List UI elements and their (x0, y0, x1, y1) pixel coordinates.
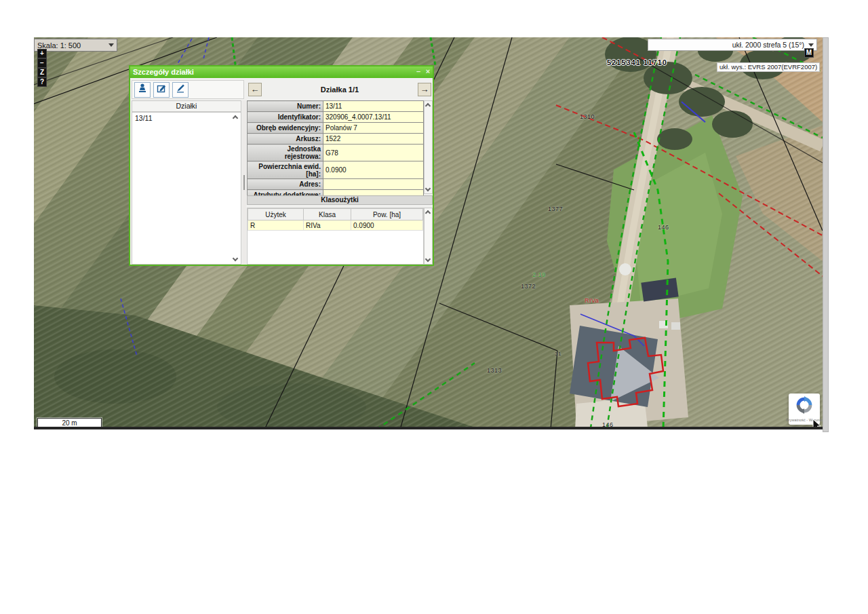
stamp-icon (137, 83, 148, 96)
chevron-down-icon (425, 256, 431, 262)
scroll-down-button[interactable] (423, 184, 433, 193)
table-row: R RIVa 0.0900 (248, 220, 423, 231)
edit-parcel-button[interactable] (153, 82, 170, 98)
scroll-down-button[interactable] (423, 254, 433, 264)
recaptcha-icon (795, 396, 813, 417)
parcel-list[interactable]: 13/11 (132, 112, 241, 265)
field-value: G78 (323, 145, 424, 161)
map-vertical-scrollbar[interactable] (823, 37, 829, 432)
scalebar: 20 m (37, 418, 102, 428)
splitter-grip (243, 175, 245, 190)
close-button[interactable]: × (423, 66, 433, 78)
field-label: Adres: (248, 179, 323, 190)
parcel-attributes-form: Numer:13/11 Identyfikator:320906_4.0007.… (247, 100, 424, 201)
minimize-button[interactable]: – (414, 66, 423, 78)
landuse-section-header: Klasoużytki (247, 195, 433, 205)
parcel-label: 1372 (521, 283, 536, 290)
scroll-down-button[interactable] (231, 254, 240, 263)
map-canvas[interactable]: 1310 1377 1372 1313 146 146 RIVa 31 2.19… (34, 37, 823, 429)
next-parcel-button[interactable]: → (418, 83, 431, 96)
scroll-up-button[interactable] (423, 208, 433, 218)
help-button[interactable]: ? (37, 77, 47, 87)
parcel-label: 1377 (548, 206, 563, 212)
parcel-label: 146 (658, 224, 669, 231)
field-value: 13/11 (323, 101, 424, 112)
field-value: Polanów 7 (323, 123, 424, 134)
scroll-up-button[interactable] (423, 101, 433, 111)
list-item[interactable]: 13/11 (132, 113, 241, 123)
measure-button[interactable]: M (804, 48, 814, 58)
field-label: Arkusz: (248, 134, 323, 145)
scroll-up-button[interactable] (231, 113, 240, 123)
mouse-cursor (812, 419, 821, 429)
chevron-down-icon (233, 256, 238, 261)
dialog-title: Szczegóły działki (133, 66, 414, 78)
parcel-label: 1310 (580, 113, 595, 120)
chevron-up-icon (425, 103, 431, 109)
scale-selector-label: Skala: 1: 500 (37, 41, 108, 50)
parcel-details-dialog[interactable]: Szczegóły działki – × ← D (129, 65, 434, 266)
chevron-down-icon (425, 186, 431, 191)
field-value: 0.0900 (323, 161, 424, 179)
field-value: 320906_4.0007.13/11 (323, 112, 424, 123)
field-label: Jednostka rejestrowa: (248, 145, 323, 161)
field-label: Identyfikator: (248, 112, 323, 123)
chevron-up-icon (233, 115, 238, 121)
landuse-table: Użytek Klasa Pow. [ha] R RIVa 0.0900 (247, 208, 424, 265)
form-scrollbar[interactable] (424, 100, 433, 194)
field-label: Powierzchnia ewid. [ha]: (248, 161, 323, 179)
field-label: Numer: (248, 101, 323, 112)
chevron-down-icon (808, 43, 814, 47)
chevron-up-icon (425, 210, 431, 216)
cell-klasa: RIVa (304, 220, 351, 231)
draw-button[interactable] (172, 82, 189, 98)
panel-splitter[interactable] (242, 100, 246, 265)
cell-uzytek: R (248, 220, 304, 231)
area-label: 2.19 (532, 271, 546, 278)
zoom-in-button[interactable]: + (37, 49, 47, 58)
prev-parcel-button[interactable]: ← (248, 83, 262, 96)
zoom-tool-button[interactable]: Z (37, 68, 47, 77)
parcel-list-header: Działki (132, 100, 241, 112)
parcel-label: 1313 (487, 367, 502, 374)
crs-selector-label: ukł. 2000 strefa 5 (15°) (732, 41, 804, 49)
crs-selector[interactable]: ukł. 2000 strefa 5 (15°) (648, 39, 817, 51)
cell-pow: 0.0900 (351, 220, 423, 231)
dialog-toolbar (132, 80, 244, 99)
edit-icon (156, 83, 167, 96)
locate-parcel-button[interactable] (134, 82, 151, 98)
parcel-pager: ← Działka 1/1 → (247, 80, 433, 99)
column-header: Pow. [ha] (351, 209, 423, 220)
map-toolbar: + − Z ? (37, 49, 47, 87)
landuse-label: RIVa (585, 297, 599, 304)
chevron-down-icon (108, 43, 114, 47)
pencil-icon (175, 83, 186, 96)
point-label: 31 (555, 351, 561, 357)
height-system-label: ukł. wys.: EVRS 2007(EVRF2007) (717, 62, 820, 72)
parcel-label: 146 (602, 421, 614, 428)
field-label: Obręb ewidencyjny: (248, 123, 323, 134)
column-header: Klasa (304, 209, 351, 220)
coordinates-readout: 5215341 11710 (607, 58, 667, 66)
column-header: Użytek (248, 209, 304, 220)
field-value (323, 179, 424, 190)
landuse-scrollbar[interactable] (424, 208, 433, 265)
dialog-titlebar[interactable]: Szczegóły działki – × (130, 66, 433, 78)
field-value: 1522 (323, 134, 424, 145)
zoom-out-button[interactable]: − (37, 58, 47, 68)
pager-title: Działka 1/1 (263, 80, 416, 99)
